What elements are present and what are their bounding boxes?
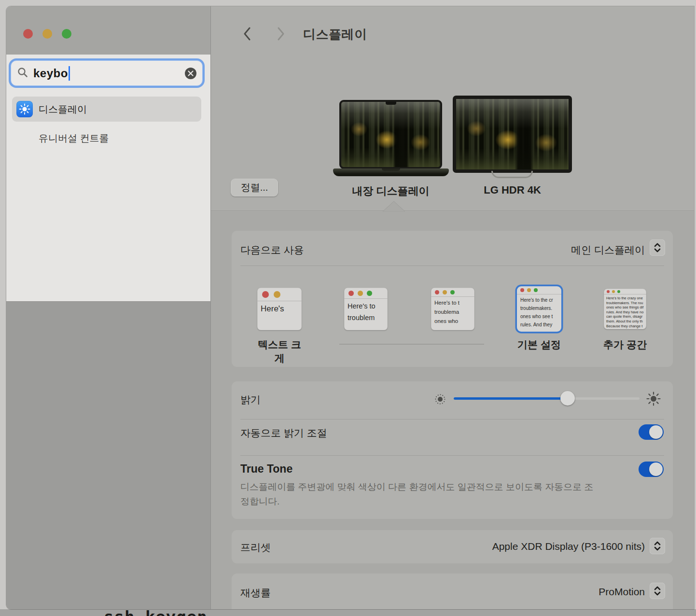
search-result-label: 유니버설 컨트롤	[39, 132, 109, 145]
search-result-displays[interactable]: 디스플레이	[12, 97, 201, 122]
search-result-label: 디스플레이	[39, 103, 87, 116]
thumb-text-line: troublemakers.	[520, 304, 561, 312]
window-dot-yellow	[274, 291, 280, 298]
forward-icon[interactable]	[276, 27, 286, 41]
window-dot-red	[520, 288, 524, 292]
window-dot-yellow	[527, 288, 531, 292]
thumb-text-line: rules. And they have no	[606, 310, 646, 315]
search-icon	[17, 67, 28, 80]
brightness-card: 밝기	[232, 381, 673, 519]
search-input[interactable]: keybo	[11, 60, 203, 86]
sidebar: keybo	[6, 6, 211, 609]
macbook-notch	[386, 102, 396, 105]
close-button[interactable]	[23, 29, 33, 39]
window-dot-red	[607, 290, 610, 293]
brightness-slider[interactable]	[454, 397, 640, 400]
display-settings-card: 다음으로 사용 메인 디스플레이 Here's	[232, 231, 673, 367]
auto-brightness-label: 자동으로 밝기 조절	[240, 426, 327, 440]
window-dot-yellow	[443, 290, 447, 294]
sidebar-dimmed-area	[6, 302, 210, 609]
monitor-stand	[491, 171, 533, 178]
wallpaper-thumbnail	[456, 99, 569, 169]
brightness-high-icon	[646, 391, 661, 408]
window-dot-green	[534, 288, 538, 292]
back-icon[interactable]	[242, 27, 252, 41]
minimize-button[interactable]	[42, 29, 52, 39]
window-dot-green	[367, 291, 372, 296]
preset-label: 프리셋	[240, 541, 271, 554]
refresh-rate-value: ProMotion	[599, 586, 645, 598]
scaling-option-more-space[interactable]: Here's to the crazy one troublemakers. T…	[604, 289, 646, 329]
scaling-option-2[interactable]: Here's to troublem	[344, 288, 388, 330]
brightness-label: 밝기	[240, 393, 261, 406]
preset-dropdown[interactable]	[650, 538, 665, 554]
thumb-text-line: troublema	[434, 308, 474, 317]
thumb-text-line: them. About the only th	[606, 319, 646, 324]
scaling-option-default[interactable]: Here's to the cr troublemakers. ones who…	[517, 286, 561, 332]
display-brightness-icon	[16, 101, 33, 117]
thumb-text-line: ones who see t	[520, 312, 561, 321]
thumb-text-line: Because they change t	[606, 324, 646, 329]
preset-card: 프리셋 Apple XDR Display (P3-1600 nits)	[232, 530, 673, 563]
scaling-label-default: 기본 설정	[505, 338, 573, 351]
thumb-text-line: Here's to t	[434, 298, 474, 308]
thumb-text-line: ones who	[434, 317, 474, 326]
refresh-rate-card: 재생률 ProMotion	[232, 574, 673, 609]
thumb-text-line: troublem	[348, 312, 388, 323]
system-settings-window: keybo	[6, 6, 694, 609]
row-divider	[240, 266, 664, 266]
builtin-display-label: 내장 디스플레이	[339, 184, 442, 198]
use-as-label: 다음으로 사용	[240, 243, 304, 257]
window-dot-yellow	[358, 291, 363, 296]
background-terminal-text: ssh-keygen	[104, 609, 208, 616]
text-cursor	[69, 66, 70, 81]
true-tone-label: True Tone	[240, 462, 292, 476]
header-divider	[211, 210, 694, 211]
main-panel: 디스플레이 내장 디스플레이 LG HDR 4K 정렬... 다음으로 사용 메…	[211, 6, 694, 609]
scaling-option-3[interactable]: Here's to t troublema ones who	[431, 288, 474, 330]
page-title: 디스플레이	[303, 26, 367, 43]
auto-brightness-toggle[interactable]	[639, 424, 664, 440]
window-dot-red	[348, 291, 354, 296]
arrange-button-label: 정렬...	[241, 181, 268, 194]
search-result-universal-control[interactable]: 유니버설 컨트롤	[12, 126, 201, 151]
window-dot-green	[617, 290, 620, 293]
brightness-low-icon	[433, 392, 447, 408]
window-dot-red	[262, 291, 269, 298]
external-display-preview[interactable]	[453, 96, 572, 173]
toggle-knob	[649, 425, 663, 439]
brightness-slider-fill	[454, 397, 568, 400]
clear-search-icon[interactable]	[185, 68, 196, 79]
external-display-label: LG HDR 4K	[453, 184, 572, 196]
thumb-text-line: Here's to the crazy one	[606, 296, 646, 301]
refresh-rate-dropdown[interactable]	[650, 583, 665, 599]
window-dot-yellow	[612, 290, 615, 293]
preset-value: Apple XDR Display (P3-1600 nits)	[492, 541, 645, 552]
toggle-knob	[649, 462, 663, 476]
row-divider	[240, 419, 664, 420]
scaling-option-larger-text[interactable]: Here's	[257, 288, 302, 330]
thumb-text-line: can quote them, disagr	[606, 314, 646, 319]
arrange-button[interactable]: 정렬...	[231, 179, 278, 196]
search-results-panel: keybo	[6, 55, 210, 302]
use-as-dropdown[interactable]	[650, 239, 665, 256]
selected-display-pointer	[383, 201, 405, 211]
desktop-background: ssh-keygen	[0, 609, 696, 616]
thumb-text-line: ones who see things dif	[606, 305, 646, 310]
builtin-display-preview[interactable]	[339, 100, 442, 169]
thumb-text-line: rules. And they	[520, 321, 561, 329]
scaling-track-line	[339, 344, 484, 345]
zoom-button[interactable]	[62, 29, 71, 39]
window-dot-red	[435, 290, 439, 294]
thumb-text-line: Here's to	[348, 300, 388, 312]
wallpaper-thumbnail	[341, 102, 440, 167]
use-as-value: 메인 디스플레이	[571, 243, 645, 257]
true-tone-description: 디스플레이를 주변광에 맞춰 색상이 다른 환경에서도 일관적으로 보이도록 자…	[240, 480, 600, 509]
brightness-slider-knob[interactable]	[560, 391, 575, 406]
thumb-text-line: troublemakers. The rou	[606, 301, 646, 306]
row-divider	[240, 455, 664, 456]
thumb-text-line: Here's	[261, 304, 284, 313]
macbook-base	[333, 168, 449, 176]
true-tone-toggle[interactable]	[639, 462, 664, 477]
scaling-label-larger-text: 텍스트 크게	[257, 338, 302, 365]
